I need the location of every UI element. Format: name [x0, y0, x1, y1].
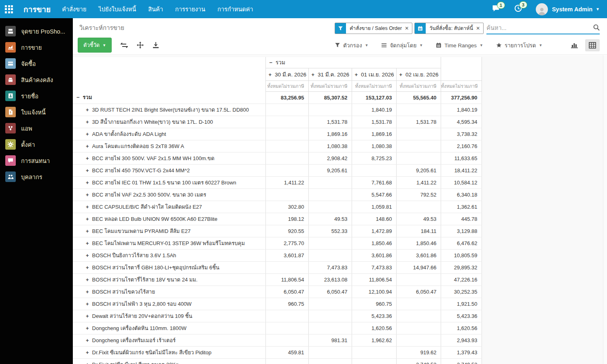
cell-value: 981.31: [308, 334, 352, 346]
bar-chart-view-button[interactable]: [567, 39, 582, 51]
favorites-menu[interactable]: รายการโปรด▼: [496, 41, 543, 50]
download-button[interactable]: [153, 42, 159, 49]
row-label[interactable]: +BOSCH ปืนยิงกาวไร้สาย 3.6V 1.5Ah: [73, 249, 265, 261]
remove-facet-icon[interactable]: ✕: [476, 23, 483, 34]
topnav-reporting[interactable]: การรายงาน: [175, 4, 205, 14]
row-label[interactable]: −รวม: [73, 91, 265, 104]
vertical-scrollbar[interactable]: [603, 55, 607, 364]
row-label[interactable]: +BEC หลอด LED Bulb UNION 9W 6500K A60 E2…: [73, 213, 265, 225]
pivot-view-button[interactable]: [585, 39, 600, 51]
row-label[interactable]: +Dongcheng เครื่องตัดหิน 110mm. 1800W: [73, 322, 265, 334]
expand-all-button[interactable]: [137, 42, 144, 49]
measure-header[interactable]: ทั้งหมดไม่รวมภาษี: [441, 80, 482, 91]
expand-icon: +: [86, 107, 89, 113]
row-label[interactable]: +BCC สายไฟ VAF 2x2.5 300 500V. ขนาด 30 เ…: [73, 188, 265, 201]
apps-icon: [5, 123, 16, 133]
topnav-to-invoice[interactable]: ไปยังใบแจ้งหนี้: [99, 4, 136, 14]
column-header-date[interactable]: +02 เม.ย. 2026: [396, 68, 441, 80]
measure-header[interactable]: ทั้งหมดไม่รวมภาษี: [352, 80, 396, 91]
row-label-text: BCC สายไฟ VAF 2x2.5 300 500V. ขนาด 30 เม…: [92, 192, 206, 198]
breadcrumb[interactable]: วิเคราะห์การขาย: [79, 23, 124, 33]
topnav-products[interactable]: สินค้า: [148, 4, 163, 14]
messages-badge: 1: [497, 2, 505, 9]
row-label[interactable]: +BEC CAPSULE/B/C สีดำ-ฝาใส โคมติดผนัง E2…: [73, 201, 265, 213]
contacts-icon: [5, 91, 16, 101]
row-label[interactable]: +Aura โคมตะแกรงติดลอย S 2xT8 36W A: [73, 140, 265, 152]
cell-value: 5,547.66: [352, 188, 396, 201]
cell-value: 5,423.36: [352, 310, 396, 322]
expand-all-icon: [137, 42, 144, 49]
sidebar-item-invoicing[interactable]: ใบแจ้งหนี้: [0, 104, 73, 120]
cell-value: 1,472.89: [352, 225, 396, 237]
grid-icon: [5, 5, 13, 13]
row-label[interactable]: +3D RUST TECH 2IN1 Bright Silver(บรอนซ์เ…: [73, 104, 265, 116]
sidebar-item-settings[interactable]: ตั้งค่า: [0, 136, 73, 152]
cell-value: [308, 346, 352, 358]
time-ranges-menu[interactable]: Time Ranges▼: [436, 41, 483, 50]
row-label[interactable]: +Dewalt สว่านไร้สาย 20V+ดอกสว่าน 109 ชิ้…: [73, 310, 265, 322]
user-menu[interactable]: System Admin: [552, 6, 592, 13]
measure-header[interactable]: ทั้งหมดไม่รวมภาษี: [265, 80, 308, 91]
expand-icon: +: [86, 325, 89, 331]
cell-value: 3,601.87: [265, 249, 308, 261]
row-label[interactable]: +BCC สายไฟ IEC 01 THW 1x1.5 ขนาด 100 เมต…: [73, 176, 265, 188]
avatar[interactable]: [536, 3, 548, 15]
column-header-date[interactable]: +30 มี.ค. 2026: [265, 68, 308, 80]
row-label[interactable]: +BEC โคมไฟเพดาน MERCURY-01 3STEP 36W พร้…: [73, 237, 265, 249]
row-label[interactable]: +BOSCH สว่านไขควงไร้สาย: [73, 286, 265, 298]
search-input[interactable]: [486, 25, 590, 31]
group-by-menu[interactable]: จัดกลุ่มโดย▼: [381, 41, 423, 50]
user-silhouette-icon: [537, 6, 546, 15]
flip-axis-button[interactable]: [121, 42, 128, 49]
expand-icon: +: [86, 180, 89, 186]
sidebar-item-label: การสนทนา: [21, 156, 50, 165]
row-label[interactable]: +ADA ขาตั้งกล้องระดับ ADA Light: [73, 128, 265, 140]
row-label[interactable]: +BOSCH สว่านโรตารี่ไร้สาย 18V ขนาด 24 มม…: [73, 273, 265, 286]
expand-icon: +: [86, 192, 89, 198]
sidebar-item-employees[interactable]: บุคลากร: [0, 169, 73, 185]
sidebar-item-inventory[interactable]: สินค้าคงคลัง: [0, 72, 73, 88]
measure-header[interactable]: ทั้งหมดไม่รวมภาษี: [308, 80, 352, 91]
cell-value: 49.53: [396, 213, 441, 225]
activities-button[interactable]: 3: [514, 4, 522, 14]
table-row: +3D RUST TECH 2IN1 Bright Silver(บรอนซ์เ…: [73, 104, 482, 116]
sidebar-item-discuss[interactable]: การสนทนา: [0, 152, 73, 169]
column-header-date[interactable]: +01 เม.ย. 2026: [352, 68, 396, 80]
search-bar: คำสั่งขาย / Sales Order✕วันที่สั่งซื้อ: …: [335, 22, 600, 34]
measures-button[interactable]: ตัวชี้วัด ▼: [78, 38, 112, 53]
column-header-date[interactable]: +31 มี.ค. 2026: [308, 68, 352, 80]
row-label[interactable]: +BOSCH สว่านโรตารี่ GBH 180-LI+ชุดอุปกรณ…: [73, 261, 265, 273]
row-label[interactable]: +Dr.Fixit ซีเมนต์ผิวแกร่ง ชนิดไม่มีโลหะ …: [73, 346, 265, 358]
row-label[interactable]: +BCC สายไฟ 450 750V.VCT-G 2x44 MM^2: [73, 164, 265, 176]
cell-value: [308, 176, 352, 188]
sidebar-item-contacts[interactable]: รายชื่อ: [0, 88, 73, 104]
filters-menu[interactable]: ตัวกรอง▼: [335, 41, 368, 50]
cell-value: 8,725.23: [352, 152, 396, 164]
row-label[interactable]: +3D สีน้ำภายนอกกึ่งเงา White(ขาว) ขนาด 1…: [73, 116, 265, 128]
cell-value: 14,947.66: [396, 261, 441, 273]
row-label[interactable]: +Dr.Fixit รูฟซีล พีเอฟ สีเทา ขนาด 20Kg.: [73, 358, 265, 364]
search-icon[interactable]: [593, 24, 600, 32]
measure-header[interactable]: ทั้งหมดไม่รวมภาษี: [396, 80, 441, 91]
row-label[interactable]: +BCC สายไฟ 300 500V. VAF 2x1.5 MM WH 100…: [73, 152, 265, 164]
cell-value: 83,256.95: [265, 91, 308, 104]
topnav-configuration[interactable]: การกำหนดค่า: [217, 4, 253, 14]
apps-grid-icon[interactable]: [0, 0, 18, 18]
expand-icon: +: [312, 72, 315, 78]
row-label[interactable]: +BOSCH สว่านไฟฟ้า 3 หุน 2,800 รอบ 400W: [73, 298, 265, 310]
messages-button[interactable]: 1: [492, 5, 501, 14]
sidebar-item-apps[interactable]: แอพ: [0, 120, 73, 136]
cell-value: [265, 164, 308, 176]
sidebar-item-purchase[interactable]: จัดซื้อ: [0, 55, 73, 72]
sidebar-item-sales[interactable]: การขาย: [0, 39, 73, 55]
cell-value: 960.75: [352, 298, 396, 310]
row-label[interactable]: +Dongcheng เครื่องทริมเมอร์ เร้าเตอร์: [73, 334, 265, 346]
cell-value: 1,869.16: [308, 128, 352, 140]
row-label[interactable]: +BEC โคมแขวนเพดาน PYRAMID สีส้ม E27: [73, 225, 265, 237]
expand-icon: +: [86, 216, 89, 222]
sidebar-item-point-of-sale[interactable]: จุดขาย ProSho...: [0, 23, 73, 39]
table-row: +BCC สายไฟ IEC 01 THW 1x1.5 ขนาด 100 เมต…: [73, 176, 482, 188]
remove-facet-icon[interactable]: ✕: [405, 23, 412, 34]
column-group-total[interactable]: −รวม: [265, 57, 441, 68]
topnav-sale-orders[interactable]: คำสั่งขาย: [62, 4, 86, 14]
